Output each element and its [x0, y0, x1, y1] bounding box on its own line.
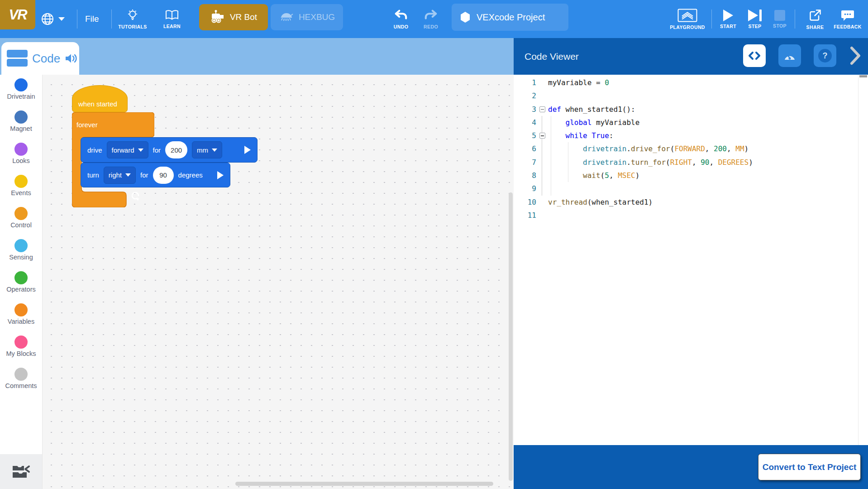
code-line: 5 while True: — [514, 129, 868, 142]
stop-label: STOP — [773, 23, 787, 29]
code-token: FORWARD — [674, 144, 705, 153]
blocks-canvas[interactable]: when started forever drive forward for 2… — [42, 75, 514, 489]
sidebar-item-looks[interactable]: Looks — [0, 143, 42, 173]
indent-guide — [551, 169, 551, 182]
turn-direction-value: right — [109, 171, 122, 179]
sidebar-item-magnet[interactable]: Magnet — [0, 110, 42, 140]
gutter — [536, 103, 548, 116]
fold-icon[interactable] — [539, 106, 545, 112]
sidebar-item-comments[interactable]: Comments — [0, 368, 42, 398]
canvas-vertical-scrollbar[interactable] — [509, 192, 513, 481]
drive-unit-value: mm — [197, 146, 208, 154]
line-number: 2 — [514, 89, 536, 102]
share-icon — [808, 9, 822, 22]
indent-guide — [551, 116, 551, 129]
indent-guide — [551, 156, 551, 169]
file-menu[interactable]: File — [85, 0, 99, 38]
collapse-toolbox-button[interactable] — [11, 462, 32, 481]
vr-logo: VR — [0, 0, 35, 29]
learn-label: LEARN — [163, 24, 181, 29]
fold-scope-line — [542, 116, 542, 196]
drive-unit-dropdown[interactable]: mm — [192, 141, 222, 158]
sidebar-item-operators[interactable]: Operators — [0, 271, 42, 301]
tab-code[interactable]: Code — [1, 42, 79, 75]
sidebar-item-events[interactable]: Events — [0, 175, 42, 205]
category-color-dot — [14, 175, 28, 188]
sidebar-item-drivetrain[interactable]: Drivetrain — [0, 78, 42, 108]
drive-distance-input[interactable]: 200 — [165, 141, 187, 158]
sidebar-item-control[interactable]: Control — [0, 207, 42, 237]
redo-button[interactable]: REDO — [418, 0, 444, 38]
code-line-text: while True: — [548, 129, 868, 142]
category-label: Variables — [8, 318, 34, 325]
tab-hexbug[interactable]: HEXBUG — [271, 4, 343, 30]
run-block-icon[interactable] — [244, 146, 251, 154]
code-token: global — [566, 118, 596, 127]
drive-block[interactable]: drive forward for 200 mm — [81, 137, 258, 163]
category-label: Events — [11, 189, 31, 197]
tab-vr-bot[interactable]: VR Bot — [199, 4, 268, 30]
canvas-horizontal-scrollbar[interactable] — [235, 482, 493, 486]
turn-block[interactable]: turn right for 90 degrees — [81, 163, 230, 187]
stop-icon — [774, 10, 785, 21]
drive-direction-dropdown[interactable]: forward — [107, 141, 148, 158]
gutter — [536, 209, 548, 222]
lightbulb-icon — [126, 9, 139, 22]
feedback-icon — [841, 9, 854, 22]
hexbug-label: HEXBUG — [299, 12, 335, 22]
step-button[interactable]: STEP — [743, 0, 767, 38]
undo-icon — [394, 9, 408, 22]
code-viewer-panel: Code Viewer ? — [514, 38, 868, 489]
playground-button[interactable]: PLAYGROUND — [666, 0, 709, 38]
undo-button[interactable]: UNDO — [388, 0, 414, 38]
gutter — [536, 182, 548, 195]
toolbar-divider — [795, 10, 795, 29]
code-view-button[interactable] — [743, 44, 766, 67]
sidebar-item-sensing[interactable]: Sensing — [0, 239, 42, 269]
indent-guide — [568, 156, 568, 169]
code-token: drivetrain — [583, 144, 626, 153]
gutter — [536, 116, 548, 129]
turn-angle-input[interactable]: 90 — [153, 167, 174, 184]
when-started-block[interactable]: when started — [72, 85, 128, 112]
category-label: Drivetrain — [7, 93, 35, 100]
code-editor[interactable]: 1myVariable = 023def when_started1():4 g… — [514, 75, 868, 445]
code-scrollbar-track[interactable] — [858, 75, 868, 445]
category-label: Control — [10, 221, 32, 229]
block-category-sidebar: DrivetrainMagnetLooksEventsControlSensin… — [0, 75, 42, 489]
code-line-text: drivetrain.drive_for(FORWARD, 200, MM) — [548, 142, 868, 155]
fold-icon[interactable] — [539, 133, 545, 139]
feedback-button[interactable]: FEEDBACK — [832, 0, 863, 38]
code-line: 7 drivetrain.turn_for(RIGHT, 90, DEGREES… — [514, 156, 868, 169]
sidebar-item-variables[interactable]: Variables — [0, 303, 42, 333]
tutorials-button[interactable]: TUTORIALS — [118, 0, 148, 38]
language-button[interactable] — [41, 0, 65, 38]
share-button[interactable]: SHARE — [802, 0, 828, 38]
collapse-panel-button[interactable] — [845, 44, 865, 67]
start-button[interactable]: START — [717, 0, 739, 38]
code-token: when_started1(): — [566, 105, 635, 114]
category-color-dot — [14, 78, 28, 91]
run-block-icon[interactable] — [217, 171, 224, 179]
chevron-down-icon — [125, 173, 131, 177]
learn-button[interactable]: LEARN — [157, 0, 186, 38]
help-button[interactable]: ? — [814, 44, 836, 67]
code-scrollbar-thumb[interactable] — [859, 75, 867, 77]
line-number: 5 — [514, 129, 536, 142]
sidebar-item-my-blocks[interactable]: My Blocks — [0, 336, 42, 365]
code-line-text: wait(5, MSEC) — [548, 169, 868, 182]
stop-button[interactable]: STOP — [769, 0, 790, 38]
code-token: drive_for — [631, 144, 670, 153]
dashboard-button[interactable] — [778, 44, 801, 67]
start-label: START — [720, 24, 736, 29]
chevron-down-icon — [212, 149, 217, 152]
play-icon — [723, 10, 733, 21]
speaker-icon[interactable] — [65, 53, 78, 64]
code-line-text: myVariable = 0 — [548, 76, 868, 89]
code-line-text: vr_thread(when_started1) — [548, 196, 868, 209]
convert-to-text-button[interactable]: Convert to Text Project — [758, 454, 861, 480]
turn-direction-dropdown[interactable]: right — [104, 167, 136, 184]
line-number: 1 — [514, 76, 536, 89]
project-name-button[interactable]: VEXcode Project — [452, 4, 568, 31]
code-viewer-title: Code Viewer — [525, 38, 579, 75]
